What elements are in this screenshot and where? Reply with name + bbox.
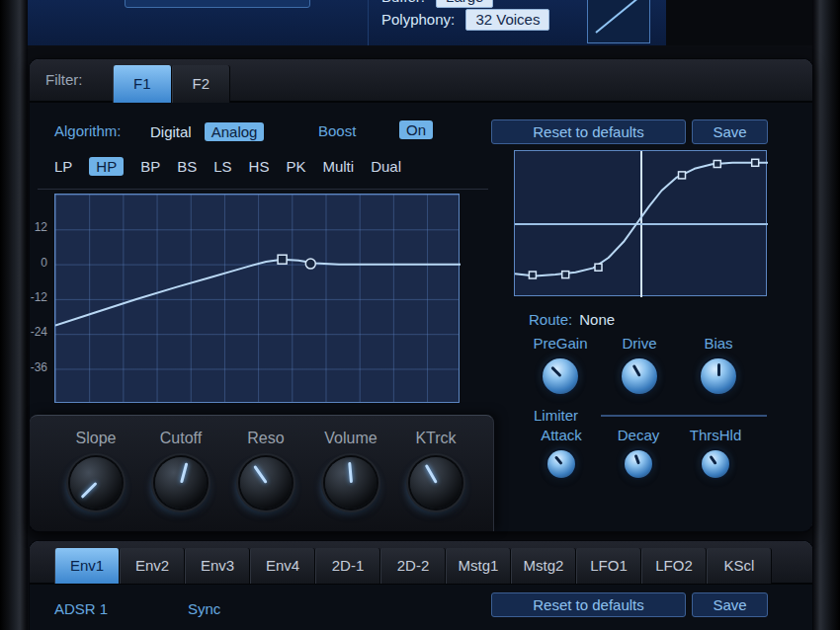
shaper-node[interactable] xyxy=(679,172,686,179)
filter-handle-square[interactable] xyxy=(278,255,287,264)
filter-panel: Filter: F1F2 Algorithm: DigitalAnalog Bo… xyxy=(30,59,812,531)
knob-label-attack: Attack xyxy=(541,427,582,443)
shaper-node[interactable] xyxy=(562,272,569,278)
waveshaper-curve xyxy=(515,151,768,297)
route-setting: Route:None xyxy=(529,311,615,328)
knob-label-cutoff: Cutoff xyxy=(160,430,202,447)
knob-reso[interactable] xyxy=(240,457,292,509)
knob-cell-decay: Decay xyxy=(600,427,677,478)
knob-label-ktrck: KTrck xyxy=(415,430,456,447)
graph-y-tick: -12 xyxy=(31,290,47,304)
knob-pointer xyxy=(180,462,188,483)
main-knob-row: SlopeCutoffResoVolumeKTrck xyxy=(53,430,478,509)
waveshaper-graph[interactable] xyxy=(514,150,767,296)
skin-size-button[interactable]: Select skin size xyxy=(125,0,310,8)
knob-pointer xyxy=(709,455,716,465)
env-tab-env4[interactable]: Env4 xyxy=(250,548,315,584)
graph-y-tick: 12 xyxy=(35,220,47,234)
knob-volume[interactable] xyxy=(325,457,377,509)
filter-type-bs[interactable]: BS xyxy=(177,158,197,175)
filter-type-hp[interactable]: HP xyxy=(89,157,124,176)
knob-cell-attack: Attack xyxy=(523,427,600,478)
knob-pointer xyxy=(424,464,437,484)
filter-section-label: Filter: xyxy=(45,71,83,88)
knob-slope[interactable] xyxy=(70,457,122,509)
knob-label-bias: Bias xyxy=(704,335,732,352)
knob-pointer xyxy=(550,366,561,377)
env-tab-mstg1[interactable]: Mstg1 xyxy=(446,548,511,584)
polyphony-label: Polyphony: xyxy=(381,11,455,28)
modulation-panel: Env1Env2Env3Env42D-12D-2Mstg1Mstg2LFO1LF… xyxy=(30,541,812,630)
filter-type-dual[interactable]: Dual xyxy=(371,158,401,175)
knob-ktrck[interactable] xyxy=(410,457,462,509)
env-tab-mstg2[interactable]: Mstg2 xyxy=(511,548,576,584)
response-graph-y-axis: 120-12-24-36 xyxy=(30,194,50,403)
graph-y-tick: -24 xyxy=(31,325,47,339)
knob-label-slope: Slope xyxy=(76,430,117,447)
chassis-rail-right xyxy=(812,0,840,630)
knob-label-drive: Drive xyxy=(622,335,656,352)
envelope-sync-label[interactable]: Sync xyxy=(188,600,220,617)
filter-type-ls[interactable]: LS xyxy=(213,158,231,175)
envelope-mode-label: ADSR 1 xyxy=(54,600,108,617)
filter-type-pk[interactable]: PK xyxy=(286,158,305,175)
knob-decay[interactable] xyxy=(625,450,652,478)
envelope-save-button[interactable]: Save xyxy=(692,592,768,617)
route-value[interactable]: None xyxy=(579,311,615,328)
filter-save-button[interactable]: Save xyxy=(692,119,768,144)
env-tab-lfo2[interactable]: LFO2 xyxy=(641,548,707,584)
env-tab-2d-2[interactable]: 2D-2 xyxy=(380,548,446,584)
limiter-knob-row: AttackDecayThrsHld xyxy=(523,427,754,478)
buffer-setting: Buffer: Large xyxy=(381,0,493,8)
knob-pointer xyxy=(631,364,640,377)
knob-drive[interactable] xyxy=(622,358,657,394)
filter-reset-defaults-button[interactable]: Reset to defaults xyxy=(491,119,686,144)
knob-attack[interactable] xyxy=(547,450,575,478)
knob-thrshld[interactable] xyxy=(702,450,729,478)
knob-cell-slope: Slope xyxy=(53,430,138,509)
knob-pointer xyxy=(633,454,639,464)
knob-cell-thrshld: ThrsHld xyxy=(677,427,754,478)
filter-type-hs[interactable]: HS xyxy=(249,158,270,175)
algorithm-label: Algorithm: xyxy=(54,122,122,139)
filter-tab-f2[interactable]: F2 xyxy=(172,65,231,103)
knob-cutoff[interactable] xyxy=(155,457,207,509)
filter-response-curve xyxy=(55,195,461,404)
modulation-tab-row: Env1Env2Env3Env42D-12D-2Mstg1Mstg2LFO1LF… xyxy=(54,548,772,584)
knob-bias[interactable] xyxy=(701,358,736,394)
knob-label-volume: Volume xyxy=(324,430,377,447)
polyphony-setting: Polyphony: 32 Voices xyxy=(381,9,549,31)
algorithm-option-digital[interactable]: Digital xyxy=(150,123,192,140)
shaper-node[interactable] xyxy=(752,159,759,166)
filter-response-graph[interactable] xyxy=(54,194,460,403)
buffer-value[interactable]: Large xyxy=(436,0,493,8)
env-tab-kscl[interactable]: KScl xyxy=(707,548,772,584)
env-tab-2d-1[interactable]: 2D-1 xyxy=(315,548,380,584)
algorithm-options: DigitalAnalog xyxy=(150,119,264,143)
boost-label: Boost xyxy=(318,122,356,139)
env-tab-env2[interactable]: Env2 xyxy=(120,548,185,584)
polyphony-value[interactable]: 32 Voices xyxy=(465,9,549,31)
glide-ramp-icon[interactable] xyxy=(587,0,650,43)
shaper-node[interactable] xyxy=(714,161,720,168)
filter-type-bp[interactable]: BP xyxy=(140,158,160,175)
filter-type-lp[interactable]: LP xyxy=(54,158,72,175)
filter-tab-f1[interactable]: F1 xyxy=(113,65,172,103)
knob-label-thrshld: ThrsHld xyxy=(690,427,742,443)
chassis-rail-left xyxy=(0,0,28,630)
shaper-node[interactable] xyxy=(529,272,536,278)
boost-toggle[interactable]: On xyxy=(399,120,433,139)
filter-handle-circle[interactable] xyxy=(305,259,315,269)
divider xyxy=(38,189,488,190)
algorithm-option-analog[interactable]: Analog xyxy=(205,122,265,141)
limiter-label: Limiter xyxy=(534,407,578,424)
drive-knob-row: PreGainDriveBias xyxy=(521,335,758,394)
env-tab-env1[interactable]: Env1 xyxy=(54,548,120,584)
env-tab-env3[interactable]: Env3 xyxy=(185,548,250,584)
envelope-reset-defaults-button[interactable]: Reset to defaults xyxy=(491,592,686,617)
filter-type-multi[interactable]: Multi xyxy=(322,158,354,175)
shaper-node[interactable] xyxy=(595,264,602,271)
env-tab-lfo1[interactable]: LFO1 xyxy=(576,548,641,584)
knob-pointer xyxy=(348,462,353,483)
knob-pregain[interactable] xyxy=(543,358,578,394)
